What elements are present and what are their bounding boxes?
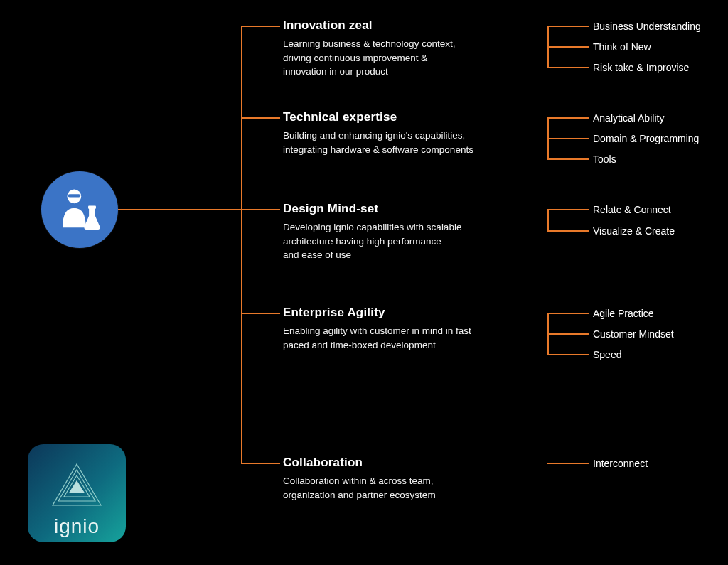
scientist-icon bbox=[41, 171, 118, 248]
leaf-relate-connect: Relate & Connect bbox=[593, 203, 671, 216]
leaf-think-of-new: Think of New bbox=[593, 41, 651, 53]
connector bbox=[241, 26, 242, 464]
connector bbox=[547, 209, 589, 210]
l1-technical-title: Technical expertise bbox=[283, 110, 397, 124]
connector bbox=[241, 26, 280, 27]
connector bbox=[547, 26, 589, 27]
svg-rect-2 bbox=[88, 206, 96, 209]
leaf-customer-mindset: Customer Mindset bbox=[593, 328, 674, 340]
connector bbox=[547, 67, 589, 68]
leaf-business-understanding: Business Understanding bbox=[593, 20, 701, 33]
l1-technical-desc: Building and enhancing ignio's capabilit… bbox=[283, 129, 473, 156]
connector bbox=[547, 333, 589, 335]
l1-innovation-title: Innovation zeal bbox=[283, 18, 373, 33]
connector bbox=[547, 138, 589, 139]
svg-rect-1 bbox=[68, 194, 81, 197]
l1-innovation-desc: Learning business & technology context, … bbox=[283, 37, 455, 79]
brand-label: ignio bbox=[54, 515, 100, 538]
leaf-visualize-create: Visualize & Create bbox=[593, 225, 675, 237]
leaf-analytical-ability: Analytical Ability bbox=[593, 112, 664, 124]
connector bbox=[547, 230, 589, 232]
leaf-agile-practice: Agile Practice bbox=[593, 307, 654, 320]
l1-design-desc: Developing ignio capabilities with scala… bbox=[283, 220, 461, 262]
leaf-domain-programming: Domain & Programming bbox=[593, 132, 699, 145]
connector bbox=[241, 463, 280, 464]
l1-agility-desc: Enabling agility with customer in mind i… bbox=[283, 324, 471, 352]
connector bbox=[547, 313, 589, 314]
connector bbox=[118, 209, 242, 210]
ignio-logo: ignio bbox=[28, 444, 126, 542]
l1-collaboration-title: Collaboration bbox=[283, 456, 363, 470]
leaf-interconnect: Interconnect bbox=[593, 457, 648, 470]
leaf-speed: Speed bbox=[593, 348, 621, 361]
l1-agility-title: Enterprise Agility bbox=[283, 306, 385, 320]
svg-marker-6 bbox=[70, 481, 84, 493]
l1-collaboration-desc: Collaboration within & across team, orga… bbox=[283, 474, 436, 502]
connector bbox=[547, 46, 589, 48]
connector bbox=[547, 354, 589, 355]
connector bbox=[547, 158, 589, 160]
connector bbox=[547, 463, 589, 464]
connector bbox=[241, 313, 280, 314]
leaf-tools: Tools bbox=[593, 153, 616, 166]
l1-design-title: Design Mind-set bbox=[283, 202, 378, 216]
connector bbox=[547, 209, 549, 230]
diagram-canvas: ignio Innovation zeal Learning business … bbox=[0, 0, 728, 565]
scientist-glyph bbox=[55, 185, 105, 235]
leaf-risk-improvise: Risk take & Improvise bbox=[593, 61, 689, 74]
connector bbox=[547, 117, 589, 119]
ignio-spiral-icon bbox=[47, 460, 107, 512]
connector bbox=[241, 117, 280, 119]
connector bbox=[241, 209, 280, 210]
